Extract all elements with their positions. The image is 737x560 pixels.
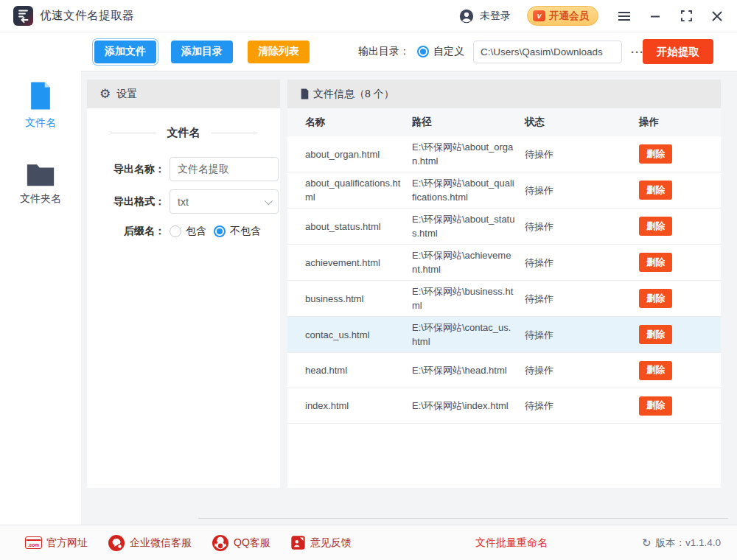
file-status-cell: 待操作 [525, 252, 639, 273]
login-status: 未登录 [480, 10, 511, 23]
footer-link-label: 意见反馈 [310, 536, 352, 550]
file-status-cell: 待操作 [525, 360, 639, 381]
version-box: ↻ 版本：v1.1.4.0 [642, 536, 721, 550]
menu-icon[interactable] [618, 10, 631, 23]
clear-list-button[interactable]: 清除列表 [248, 41, 310, 63]
settings-section-title: 文件名 [167, 126, 200, 140]
table-header-row: 名称 路径 状态 操作 [287, 108, 721, 136]
refresh-icon[interactable]: ↻ [642, 536, 652, 550]
qq-support-link[interactable]: QQ客服 [212, 534, 270, 552]
footer-link-label: 企业微信客服 [130, 536, 192, 550]
delete-button[interactable]: 删除 [639, 289, 672, 308]
table-row[interactable]: index.html E:\环保网站\index.html 待操作 删除 [287, 388, 721, 424]
suffix-exclude-label: 不包含 [230, 225, 261, 238]
delete-button[interactable]: 删除 [639, 396, 672, 416]
batch-rename-link[interactable]: 文件批量重命名 [475, 536, 548, 550]
file-path-cell: E:\环保网站\head.html [412, 360, 525, 381]
file-status-cell: 待操作 [525, 144, 639, 165]
delete-button[interactable]: 删除 [639, 325, 672, 344]
sidebar-item-filename[interactable]: 文件名 [25, 81, 56, 130]
website-com-icon: .com [25, 536, 42, 549]
delete-button[interactable]: 删除 [639, 144, 672, 164]
file-status-cell: 待操作 [525, 288, 639, 309]
file-path-cell: E:\环保网站\achievement.html [412, 245, 525, 280]
delete-button[interactable]: 删除 [639, 253, 672, 272]
column-header-action: 操作 [639, 116, 721, 129]
open-vip-button[interactable]: V 开通会员 [527, 6, 598, 26]
file-table-body: about_organ.html E:\环保网站\about_organ.htm… [287, 136, 721, 424]
file-name-cell: index.html [305, 395, 412, 416]
output-dir-label: 输出目录： [358, 45, 410, 58]
table-row[interactable]: about_qualifications.html E:\环保网站\about_… [287, 172, 721, 209]
action-cell: 删除 [639, 285, 721, 312]
version-text: 版本：v1.1.4.0 [655, 536, 721, 550]
export-format-value: txt [178, 196, 189, 208]
action-cell: 删除 [639, 357, 721, 384]
action-cell: 删除 [639, 213, 721, 239]
file-icon [27, 81, 54, 111]
wechat-support-link[interactable]: 企业微信客服 [108, 534, 192, 552]
wechat-chat-icon [108, 534, 125, 552]
footer-link-label: QQ客服 [234, 536, 270, 550]
divider [212, 133, 257, 133]
column-header-path: 路径 [412, 116, 525, 129]
suffix-include-label: 包含 [186, 225, 206, 238]
app-title: 优速文件名提取器 [40, 8, 134, 24]
add-file-button[interactable]: 添加文件 [94, 41, 156, 63]
suffix-exclude-radio[interactable] [214, 225, 226, 237]
document-icon [300, 88, 310, 99]
chevron-down-icon [265, 196, 273, 204]
vip-label: 开通会员 [549, 10, 589, 23]
file-name-cell: achievement.html [305, 252, 412, 273]
horizontal-scroll-track[interactable] [198, 518, 728, 519]
action-cell: 删除 [639, 177, 721, 203]
export-format-select[interactable]: txt [170, 189, 279, 214]
table-row[interactable]: head.html E:\环保网站\head.html 待操作 删除 [287, 353, 721, 388]
file-name-cell: about_qualifications.html [305, 172, 412, 208]
maximize-button[interactable] [680, 10, 693, 23]
file-status-cell: 待操作 [525, 180, 639, 201]
minimize-button[interactable] [649, 10, 662, 23]
file-path-cell: E:\环保网站\about_status.html [412, 209, 525, 244]
main-content: ⚙ 设置 文件名 导出名称： 导出格式： txt 后缀名： [81, 71, 737, 525]
file-status-cell: 待操作 [525, 324, 639, 346]
export-format-label: 导出格式： [102, 195, 165, 209]
export-name-label: 导出名称： [102, 163, 165, 176]
sidebar-item-foldername[interactable]: 文件夹名 [20, 162, 61, 206]
output-path-input[interactable] [473, 41, 622, 63]
toolbar: 添加文件 添加目录 清除列表 输出目录： 自定义 ··· 开始提取 [0, 32, 737, 71]
table-row[interactable]: business.html E:\环保网站\business.html 待操作 … [287, 281, 721, 317]
file-info-header-label: 文件信息（8 个） [313, 88, 394, 101]
add-directory-button[interactable]: 添加目录 [171, 41, 233, 63]
action-cell: 删除 [639, 393, 721, 419]
file-info-header: 文件信息（8 个） [287, 80, 721, 108]
feedback-link[interactable]: 意见反馈 [290, 535, 352, 550]
user-login[interactable]: 未登录 [458, 8, 511, 24]
app-logo-icon [13, 6, 33, 26]
close-button[interactable] [710, 10, 724, 23]
sidebar: 文件名 文件夹名 [0, 32, 81, 525]
app-window: 优速文件名提取器 未登录 V 开通会员 [0, 0, 737, 560]
table-row[interactable]: contac_us.html E:\环保网站\contac_us.html 待操… [287, 317, 721, 353]
table-row[interactable]: about_status.html E:\环保网站\about_status.h… [287, 209, 721, 245]
custom-radio[interactable] [417, 46, 429, 57]
table-row[interactable]: about_organ.html E:\环保网站\about_organ.htm… [287, 136, 721, 172]
vip-icon: V [533, 10, 545, 21]
delete-button[interactable]: 删除 [639, 361, 672, 380]
file-path-cell: E:\环保网站\about_qualifications.html [412, 172, 525, 208]
suffix-label: 后缀名： [102, 225, 165, 238]
divider [111, 133, 156, 133]
sidebar-item-label: 文件名 [25, 116, 56, 130]
gear-icon: ⚙ [99, 88, 111, 100]
file-path-cell: E:\环保网站\index.html [412, 395, 525, 416]
delete-button[interactable]: 删除 [639, 217, 672, 236]
delete-button[interactable]: 删除 [639, 181, 672, 200]
sidebar-item-label: 文件夹名 [20, 192, 61, 206]
custom-radio-label: 自定义 [433, 45, 464, 58]
table-row[interactable]: achievement.html E:\环保网站\achievement.htm… [287, 245, 721, 281]
export-name-input[interactable] [170, 157, 279, 181]
official-site-link[interactable]: .com 官方网址 [25, 536, 88, 550]
start-extract-button[interactable]: 开始提取 [643, 39, 713, 64]
suffix-include-radio[interactable] [170, 225, 181, 237]
column-header-name: 名称 [305, 116, 412, 129]
